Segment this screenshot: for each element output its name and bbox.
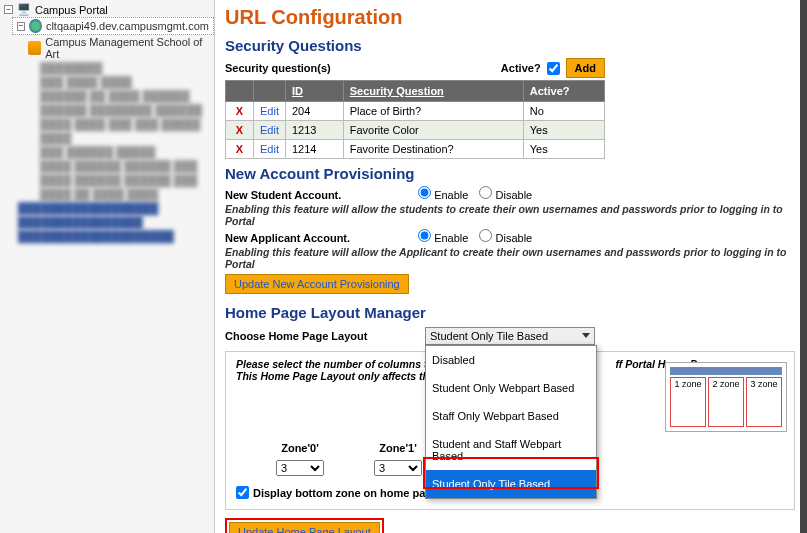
tree-child-label: Campus Management School of Art [45, 36, 210, 60]
add-button[interactable]: Add [566, 58, 605, 78]
cell-question: Place of Birth? [343, 102, 523, 121]
display-bottom-checkbox[interactable] [236, 486, 249, 499]
tree-blur-item: ████████████████ [0, 216, 214, 229]
zone-label: Zone'0' [276, 442, 324, 454]
dropdown-item[interactable]: Disabled [426, 346, 596, 374]
cell-id: 1213 [285, 121, 343, 140]
applicant-account-label: New Applicant Account. [225, 232, 415, 244]
edit-link[interactable]: Edit [260, 143, 279, 155]
cell-id: 204 [285, 102, 343, 121]
active-checkbox[interactable] [547, 62, 560, 75]
collapse-icon[interactable]: − [4, 5, 13, 14]
applicant-help-text: Enabling this feature will allow the App… [225, 246, 797, 270]
col-active: Active? [523, 81, 604, 102]
col-delete [226, 81, 254, 102]
choose-layout-label: Choose Home Page Layout [225, 330, 415, 342]
active-label: Active? [501, 62, 541, 74]
dropdown-selected[interactable]: Student Only Tile Based [425, 327, 595, 345]
layout-preview: 1 zone 2 zone 3 zone [665, 362, 787, 432]
dropdown-item[interactable]: Staff Only Webpart Based [426, 402, 596, 430]
preview-zone: 2 zone [708, 377, 744, 427]
nap-heading: New Account Provisioning [225, 165, 797, 182]
dropdown-item[interactable]: Student and Staff Webpart Based [426, 430, 596, 470]
edit-link[interactable]: Edit [260, 105, 279, 117]
col-id[interactable]: ID [285, 81, 343, 102]
page-title: URL Configuration [225, 6, 797, 29]
main-content: URL Configuration Security Questions Sec… [215, 0, 807, 533]
student-account-label: New Student Account. [225, 189, 415, 201]
tree-blur-item: ████ ██████ ██████ ███ [0, 160, 214, 173]
zone-1-select[interactable]: 3 [374, 460, 422, 476]
edit-link[interactable]: Edit [260, 124, 279, 136]
delete-button[interactable]: X [226, 102, 254, 121]
cell-id: 1214 [285, 140, 343, 159]
zone-0: Zone'0' 3 [276, 442, 324, 476]
tree-child-school[interactable]: Campus Management School of Art [0, 35, 214, 61]
collapse-icon[interactable]: − [17, 22, 25, 31]
delete-button[interactable]: X [226, 121, 254, 140]
student-help-text: Enabling this feature will allow the stu… [225, 203, 797, 227]
update-layout-button[interactable]: Update Home Page Layout [229, 522, 380, 533]
dropdown-item[interactable]: Student Only Webpart Based [426, 374, 596, 402]
table-row: X Edit 1214 Favorite Destination? Yes [226, 140, 605, 159]
tree-blur-item: ██████ ████████ ██████ [0, 104, 214, 117]
tree-blur-item: ████ ████ ███ ███ █████ [0, 118, 214, 131]
dropdown-item-selected[interactable]: Student Only Tile Based [426, 470, 596, 498]
tree-blur-item: ████████████████████ [0, 230, 214, 243]
delete-button[interactable]: X [226, 140, 254, 159]
app-icon: 🖥️ [17, 3, 31, 16]
highlight-annotation: Update Home Page Layout [225, 518, 384, 533]
disable-radio[interactable]: Disable [479, 189, 532, 201]
tree-blur-item: ███ ████ ████ [0, 76, 214, 89]
cell-active: Yes [523, 140, 604, 159]
zone-1: Zone'1' 3 [374, 442, 422, 476]
tree-blur-item: ████████ [0, 62, 214, 75]
tree-blur-item: ████ [0, 132, 214, 145]
tree-blur-item: ██████████████████ [0, 202, 214, 215]
enable-radio[interactable]: Enable [418, 232, 468, 244]
preview-zone: 1 zone [670, 377, 706, 427]
dropdown-list: Disabled Student Only Webpart Based Staf… [425, 345, 597, 499]
tree-url-node[interactable]: − cltqaapi49.dev.campusmgmt.com:83/ [12, 17, 214, 35]
table-row: X Edit 204 Place of Birth? No [226, 102, 605, 121]
tree-root[interactable]: − 🖥️ Campus Portal [0, 2, 214, 17]
col-question[interactable]: Security Question [343, 81, 523, 102]
disable-radio[interactable]: Disable [479, 232, 532, 244]
cell-active: Yes [523, 121, 604, 140]
school-icon [28, 41, 41, 55]
enable-radio[interactable]: Enable [418, 189, 468, 201]
table-row: X Edit 1213 Favorite Color Yes [226, 121, 605, 140]
tree-url-label: cltqaapi49.dev.campusmgmt.com:83/ [46, 20, 209, 32]
tree-blur-item: ████ ██ ████ ████ [0, 188, 214, 201]
cell-active: No [523, 102, 604, 121]
tree-root-label: Campus Portal [35, 4, 108, 16]
tree-blur-item: ████ ██████ ██████ ███ [0, 174, 214, 187]
cell-question: Favorite Color [343, 121, 523, 140]
zone-label: Zone'1' [374, 442, 422, 454]
col-edit [254, 81, 286, 102]
zone-0-select[interactable]: 3 [276, 460, 324, 476]
preview-zone: 3 zone [746, 377, 782, 427]
preview-header [670, 367, 782, 375]
sidebar-tree: − 🖥️ Campus Portal − cltqaapi49.dev.camp… [0, 0, 215, 533]
tree-blur-item: ███ ██████ █████ [0, 146, 214, 159]
update-nap-button[interactable]: Update New Account Provisioning [225, 274, 409, 294]
security-questions-table: ID Security Question Active? X Edit 204 … [225, 80, 605, 159]
scrollbar[interactable] [800, 0, 807, 533]
sq-label: Security question(s) [225, 62, 331, 74]
globe-icon [29, 19, 42, 33]
cell-question: Favorite Destination? [343, 140, 523, 159]
tree-blur-item: ██████ ██ ████ ██████ [0, 90, 214, 103]
hpl-heading: Home Page Layout Manager [225, 304, 797, 321]
security-questions-heading: Security Questions [225, 37, 797, 54]
layout-dropdown[interactable]: Student Only Tile Based Disabled Student… [425, 327, 595, 345]
